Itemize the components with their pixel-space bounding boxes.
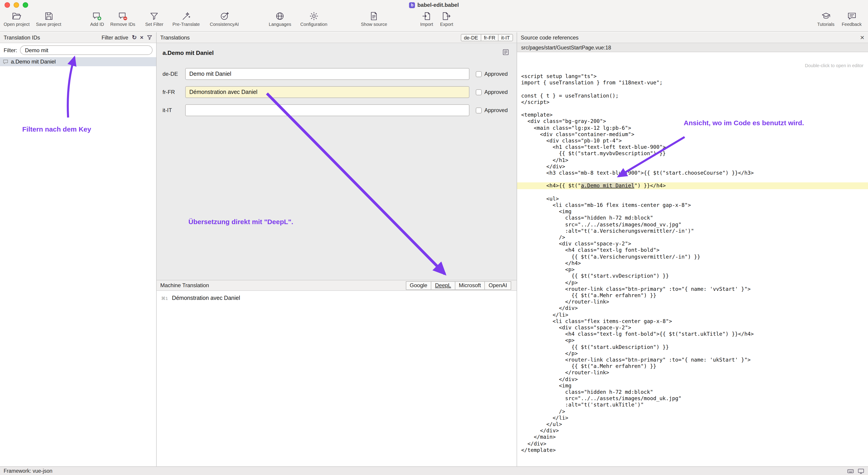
code-line — [517, 105, 868, 112]
toolbar-right-group: TutorialsFeedback — [810, 11, 868, 27]
window-title-text: babel-edit.babel — [417, 2, 459, 8]
translation-input-fr-fr[interactable] — [185, 86, 469, 98]
code-line: import { useTranslation } from "i18next-… — [517, 79, 868, 86]
clear-filter-icon[interactable]: × — [140, 34, 144, 40]
toolbar-button-show-source[interactable]: Show source — [361, 11, 387, 27]
mt-provider-microsoft[interactable]: Microsoft — [455, 281, 485, 290]
translation-ids-panel: Translation IDs Filter active ↻× Filter:… — [0, 32, 157, 466]
filter-input[interactable] — [20, 45, 153, 55]
code-line: <router-link class="btn-primary" :to="{ … — [517, 357, 868, 363]
filter-active-label: Filter active — [101, 35, 128, 40]
minimize-window-button[interactable] — [13, 2, 19, 8]
toolbar-button-export[interactable]: Export — [439, 11, 455, 27]
keyboard-icon[interactable] — [847, 468, 854, 474]
source-references-header: Source code references × — [517, 32, 868, 43]
code-line: <li class="flex items-center gap-x-8"> — [517, 318, 868, 324]
filter-status-cluster: Filter active ↻× — [101, 34, 153, 40]
comments-slot — [502, 48, 509, 58]
approved-checkbox-it-it[interactable] — [476, 107, 482, 113]
mt-provider-buttons: GoogleDeepLMicrosoftOpenAI — [406, 280, 513, 291]
feedback-icon — [847, 11, 857, 21]
filter-funnel-icon[interactable] — [147, 34, 153, 40]
approved-label: Approved — [485, 71, 508, 77]
translation-input-de-de[interactable] — [185, 68, 469, 80]
translation-input-it-it[interactable] — [185, 104, 469, 116]
code-line: </div> — [517, 376, 868, 382]
mt-suggestion-text: Démonstration avec Daniel — [172, 295, 240, 301]
toolbar-button-label: Save project — [36, 22, 61, 27]
consistency-icon — [219, 11, 229, 21]
editor-hint: Double-click to open in editor — [805, 63, 864, 68]
code-line: </div> — [517, 305, 868, 311]
code-viewer[interactable]: Double-click to open in editor <script s… — [517, 52, 868, 466]
source-close-slot: × — [860, 34, 864, 41]
code-line: <template> — [517, 112, 868, 118]
translation-ids-title: Translation IDs — [4, 34, 40, 41]
approved-checkbox-fr-fr[interactable] — [476, 89, 482, 95]
toolbar-button-open-project[interactable]: Open project — [4, 11, 30, 27]
translations-panel: Translations de-DEfr-FRit-IT a.Demo mit … — [157, 32, 517, 466]
wand-icon — [181, 11, 191, 21]
language-tab-de-de[interactable]: de-DE — [461, 34, 481, 41]
toolbar-button-remove-ids[interactable]: Remove IDs — [110, 11, 135, 27]
language-tab-it-it[interactable]: it-IT — [498, 34, 513, 41]
code-line: src="../../assets/images/mood_vv.jpg" — [517, 221, 868, 228]
source-file-tab[interactable]: src/pages/start/GuestStartPage.vue:18 — [517, 43, 868, 52]
approved-checkbox-de-de[interactable] — [476, 71, 482, 77]
display-icon[interactable] — [858, 468, 864, 474]
toolbar-button-configuration[interactable]: Configuration — [300, 11, 327, 27]
code-line: </ul> — [517, 421, 868, 427]
language-tab-fr-fr[interactable]: fr-FR — [481, 34, 498, 41]
toolbar-button-add-id[interactable]: Add ID — [89, 11, 105, 27]
code-line: {{ $t("start.vvDescription") }} — [517, 273, 868, 279]
mt-suggestion[interactable]: ⌘1 Démonstration avec Daniel — [161, 295, 512, 301]
toolbar: Open projectSave projectAdd IDRemove IDs… — [0, 10, 868, 32]
close-window-button[interactable] — [4, 2, 10, 8]
code-line: <router-link class="btn-primary" :to="{ … — [517, 285, 868, 292]
translations-body: a.Demo mit Daniel de-DEApprovedfr-FRAppr… — [157, 43, 517, 280]
code-line: {{ $t("a.Versicherungsvermittler/-in") }… — [517, 253, 868, 260]
zoom-window-button[interactable] — [23, 2, 28, 8]
titlebar: b babel-edit.babel — [0, 0, 868, 10]
code-area: <script setup lang="ts">import { useTran… — [517, 73, 868, 453]
toolbar-button-label: Configuration — [300, 22, 327, 27]
toolbar-button-label: Import — [420, 22, 433, 27]
code-line: <div class="pb-10 pt-4"> — [517, 137, 868, 144]
code-line: <img — [517, 382, 868, 389]
comments-icon[interactable] — [502, 48, 509, 56]
toolbar-button-consistencyai[interactable]: ConsistencyAI — [210, 11, 239, 27]
toolbar-button-import[interactable]: Import — [419, 11, 434, 27]
toolbar-button-feedback[interactable]: Feedback — [842, 11, 862, 27]
toolbar-button-label: Add ID — [90, 22, 104, 27]
machine-translation-header: Machine Translation GoogleDeepLMicrosoft… — [157, 280, 517, 291]
save-icon — [44, 11, 53, 21]
mt-provider-google[interactable]: Google — [406, 281, 431, 290]
toolbar-button-set-filter[interactable]: Set Filter — [145, 11, 163, 27]
toolbar-button-save-project[interactable]: Save project — [36, 11, 61, 27]
mt-provider-openai[interactable]: OpenAI — [485, 281, 511, 290]
close-icon[interactable]: × — [860, 34, 864, 41]
filter-row: Filter: — [0, 43, 156, 57]
toolbar-button-label: Remove IDs — [110, 22, 135, 27]
refresh-icon[interactable]: ↻ — [132, 34, 137, 40]
toolbar-button-pre-translate[interactable]: Pre-Translate — [173, 11, 200, 27]
toolbar-button-languages[interactable]: Languages — [269, 11, 291, 27]
code-line: </div> — [517, 440, 868, 447]
translations-header: Translations de-DEfr-FRit-IT — [157, 32, 517, 43]
toolbar-button-label: Open project — [4, 22, 30, 27]
machine-translation-panel: Machine Translation GoogleDeepLMicrosoft… — [157, 280, 517, 466]
toolbar-button-label: Feedback — [842, 22, 862, 27]
toolbar-button-tutorials[interactable]: Tutorials — [817, 11, 834, 27]
code-line — [517, 189, 868, 195]
translation-id-item[interactable]: a.Demo mit Daniel — [0, 57, 156, 66]
selected-translation-id: a.Demo mit Daniel — [162, 49, 511, 56]
code-line: </li> — [517, 311, 868, 318]
filter-header-icons: ↻× — [132, 34, 153, 40]
mt-provider-deepl[interactable]: DeepL — [431, 281, 455, 290]
code-line: <li class="mb-16 flex items-center gap-x… — [517, 202, 868, 208]
highlighted-translation-key[interactable]: a.Demo mit Daniel — [581, 182, 634, 189]
code-line: </h4> — [517, 260, 868, 266]
mt-suggestion-shortcut: ⌘1 — [161, 296, 168, 301]
machine-translation-title: Machine Translation — [160, 282, 209, 289]
code-line: :alt="t('a.Versicherungsvermittler/-in')… — [517, 228, 868, 234]
